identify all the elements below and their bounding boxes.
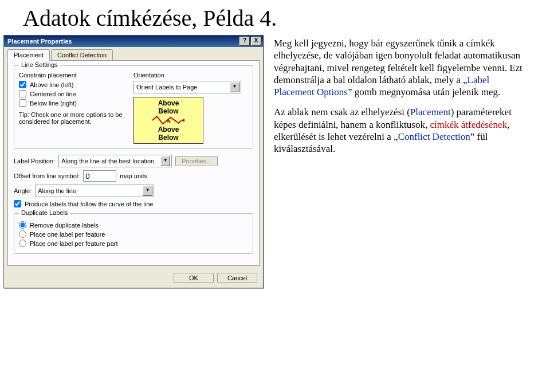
row-angle: Angle: Along the line ▼ — [14, 185, 253, 197]
checkbox-below-line[interactable]: Below line (right) — [19, 99, 133, 107]
placement-preview: Above Below N Above Below — [133, 97, 203, 144]
svg-marker-0 — [181, 119, 184, 122]
tab-body-placement: Line Settings Constrain placement Above … — [7, 60, 260, 266]
titlebar: Placement Properties ? X — [4, 36, 263, 47]
checkbox-above-line-label: Above line (left) — [30, 81, 73, 88]
checkbox-centered-input[interactable] — [19, 90, 26, 97]
tab-placement[interactable]: Placement — [7, 49, 50, 61]
chevron-down-icon[interactable]: ▼ — [143, 186, 152, 196]
p2-text-a: Az ablak nem csak az elhelyezési ( — [274, 107, 410, 117]
close-button[interactable]: X — [251, 37, 261, 46]
explanation-text: Meg kell jegyezni, hogy bár egyszerűnek … — [264, 35, 532, 163]
cancel-button[interactable]: Cancel — [217, 273, 257, 283]
checkbox-centered-label: Centered on line — [30, 91, 76, 97]
window-title: Placement Properties — [7, 38, 72, 45]
help-button[interactable]: ? — [239, 37, 250, 46]
radio-per-feature-label: Place one label per feature — [30, 231, 105, 238]
group-title-line-settings: Line Settings — [19, 61, 60, 68]
priorities-button[interactable]: Priorities... — [175, 156, 218, 166]
preview-above-text-2: Above — [158, 126, 179, 134]
row-offset: Offset from line symbol: map units — [14, 170, 253, 182]
tab-conflict-detection[interactable]: Conflict Detection — [51, 49, 113, 60]
p1-text-b: ” gomb megnyomása után jelenik meg. — [348, 87, 500, 97]
label-position-value: Along the line at the best location — [61, 158, 160, 164]
angle-select[interactable]: Along the line ▼ — [35, 185, 154, 197]
placement-properties-dialog: Placement Properties ? X Placement Confl… — [3, 35, 264, 288]
radio-per-part-label: Place one label per feature part — [30, 240, 118, 247]
term-overlap: címkék átfedésének — [430, 119, 507, 130]
checkbox-follow-curve-input[interactable] — [14, 200, 21, 207]
term-placement: Placement — [410, 107, 451, 117]
explanation-paragraph-1: Meg kell jegyezni, hogy bár egyszerűnek … — [274, 37, 526, 98]
label-position-select[interactable]: Along the line at the best location ▼ — [58, 155, 172, 167]
orientation-select-value: Orient Labels to Page — [136, 84, 230, 91]
checkbox-above-line[interactable]: Above line (left) — [19, 81, 133, 88]
svg-text:N: N — [167, 119, 171, 124]
checkbox-centered[interactable]: Centered on line — [19, 90, 133, 97]
tip-text: Tip: Check one or more options to be con… — [19, 111, 133, 125]
offset-units-label: map units — [120, 173, 147, 179]
group-title-duplicate: Duplicate Labels — [19, 209, 70, 216]
radio-per-feature[interactable]: Place one label per feature — [19, 230, 248, 238]
checkbox-follow-curve-label: Produce labels that follow the curve of … — [25, 201, 153, 207]
checkbox-follow-curve[interactable]: Produce labels that follow the curve of … — [14, 200, 253, 207]
radio-per-part-input[interactable] — [19, 240, 26, 247]
constrain-placement-label: Constrain placement — [19, 72, 133, 79]
preview-below-text-2: Below — [158, 134, 178, 142]
term-conflict-detection: Conflict Detection — [398, 131, 470, 142]
offset-input[interactable] — [83, 170, 116, 182]
preview-above-text: Above — [158, 99, 179, 107]
row-label-position: Label Position: Along the line at the be… — [14, 155, 253, 167]
orientation-label: Orientation — [133, 72, 248, 79]
angle-label: Angle: — [14, 187, 32, 194]
tab-strip: Placement Conflict Detection — [4, 47, 263, 60]
group-line-settings: Line Settings Constrain placement Above … — [14, 65, 253, 149]
checkbox-above-line-input[interactable] — [19, 81, 26, 88]
label-position-label: Label Position: — [14, 158, 55, 164]
preview-line-icon: N — [151, 115, 186, 126]
preview-below-text: Below — [158, 107, 178, 115]
group-duplicate-labels: Duplicate Labels Remove duplicate labels… — [14, 213, 253, 254]
checkbox-below-line-input[interactable] — [19, 99, 26, 107]
angle-value: Along the line — [38, 187, 143, 194]
radio-per-feature-input[interactable] — [19, 230, 26, 238]
page-title: Adatok címkézése, Példa 4. — [0, 0, 550, 35]
radio-remove-duplicates-input[interactable] — [19, 221, 26, 229]
radio-per-part[interactable]: Place one label per feature part — [19, 240, 248, 247]
radio-remove-duplicates[interactable]: Remove duplicate labels — [19, 221, 248, 229]
offset-label: Offset from line symbol: — [14, 173, 80, 179]
dialog-buttons: OK Cancel — [4, 269, 263, 288]
radio-remove-duplicates-label: Remove duplicate labels — [30, 222, 99, 229]
chevron-down-icon[interactable]: ▼ — [230, 82, 239, 92]
explanation-paragraph-2: Az ablak nem csak az elhelyezési (Placem… — [274, 106, 526, 155]
orientation-select[interactable]: Orient Labels to Page ▼ — [133, 81, 241, 93]
chevron-down-icon[interactable]: ▼ — [160, 156, 170, 166]
ok-button[interactable]: OK — [174, 273, 214, 283]
checkbox-below-line-label: Below line (right) — [30, 100, 77, 107]
